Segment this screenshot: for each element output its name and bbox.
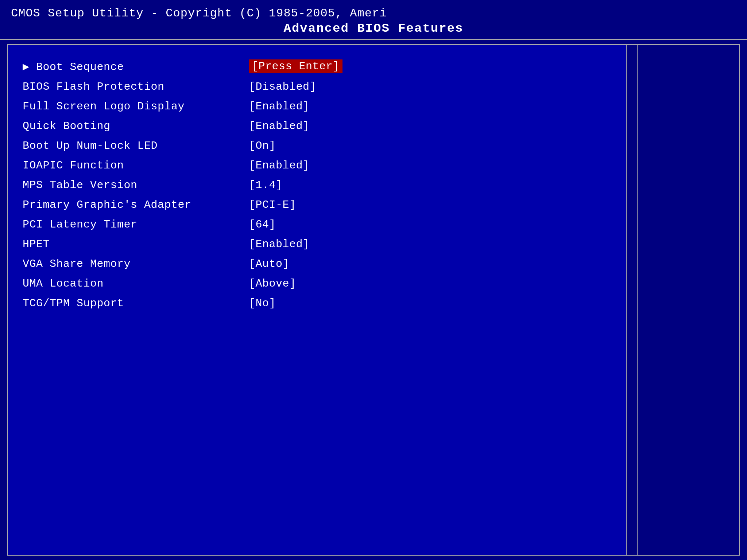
bios-row-pci-latency-timer[interactable]: PCI Latency Timer[64]	[23, 215, 611, 234]
value-pci-latency-timer[interactable]: [64]	[249, 218, 276, 231]
label-hpet: HPET	[23, 238, 249, 250]
bios-row-vga-share-memory[interactable]: VGA Share Memory[Auto]	[23, 254, 611, 274]
bios-row-uma-location[interactable]: UMA Location[Above]	[23, 274, 611, 293]
label-quick-booting: Quick Booting	[23, 120, 249, 132]
label-pci-latency-timer: PCI Latency Timer	[23, 218, 249, 231]
label-vga-share-memory: VGA Share Memory	[23, 258, 249, 270]
right-panel	[637, 45, 739, 555]
bios-row-hpet[interactable]: HPET[Enabled]	[23, 234, 611, 254]
content-area: Boot Sequence[Press Enter]BIOS Flash Pro…	[8, 45, 626, 555]
value-boot-sequence[interactable]: [Press Enter]	[249, 59, 342, 73]
value-vga-share-memory[interactable]: [Auto]	[249, 258, 289, 270]
label-bios-flash-protection: BIOS Flash Protection	[23, 81, 249, 93]
label-full-screen-logo: Full Screen Logo Display	[23, 100, 249, 113]
bios-row-bios-flash-protection[interactable]: BIOS Flash Protection[Disabled]	[23, 77, 611, 97]
value-uma-location[interactable]: [Above]	[249, 277, 296, 290]
bios-row-boot-up-numlock[interactable]: Boot Up Num-Lock LED[On]	[23, 136, 611, 156]
label-boot-up-numlock: Boot Up Num-Lock LED	[23, 140, 249, 152]
main-container: Boot Sequence[Press Enter]BIOS Flash Pro…	[7, 44, 740, 556]
label-uma-location: UMA Location	[23, 277, 249, 290]
bios-row-boot-sequence[interactable]: Boot Sequence[Press Enter]	[23, 56, 611, 77]
bios-row-mps-table-version[interactable]: MPS Table Version[1.4]	[23, 175, 611, 195]
label-boot-sequence: Boot Sequence	[23, 60, 249, 73]
label-mps-table-version: MPS Table Version	[23, 179, 249, 191]
value-mps-table-version[interactable]: [1.4]	[249, 179, 283, 191]
label-ioapic-function: IOAPIC Function	[23, 159, 249, 172]
value-ioapic-function[interactable]: [Enabled]	[249, 159, 310, 172]
value-full-screen-logo[interactable]: [Enabled]	[249, 100, 310, 113]
header-subtitle: Advanced BIOS Features	[11, 22, 736, 35]
value-primary-graphics-adapter[interactable]: [PCI-E]	[249, 199, 296, 211]
value-hpet[interactable]: [Enabled]	[249, 238, 310, 250]
header-title: CMOS Setup Utility - Copyright (C) 1985-…	[11, 7, 736, 20]
bios-row-quick-booting[interactable]: Quick Booting[Enabled]	[23, 116, 611, 136]
sidebar-border	[626, 45, 637, 555]
bios-row-tcg-tpm-support[interactable]: TCG/TPM Support[No]	[23, 293, 611, 313]
value-bios-flash-protection[interactable]: [Disabled]	[249, 81, 316, 93]
label-tcg-tpm-support: TCG/TPM Support	[23, 297, 249, 310]
value-tcg-tpm-support[interactable]: [No]	[249, 297, 276, 310]
value-quick-booting[interactable]: [Enabled]	[249, 120, 310, 132]
bios-row-ioapic-function[interactable]: IOAPIC Function[Enabled]	[23, 156, 611, 175]
bios-row-full-screen-logo[interactable]: Full Screen Logo Display[Enabled]	[23, 97, 611, 116]
value-boot-up-numlock[interactable]: [On]	[249, 140, 276, 152]
bios-row-primary-graphics-adapter[interactable]: Primary Graphic's Adapter[PCI-E]	[23, 195, 611, 215]
bios-header: CMOS Setup Utility - Copyright (C) 1985-…	[0, 0, 747, 40]
label-primary-graphics-adapter: Primary Graphic's Adapter	[23, 199, 249, 211]
